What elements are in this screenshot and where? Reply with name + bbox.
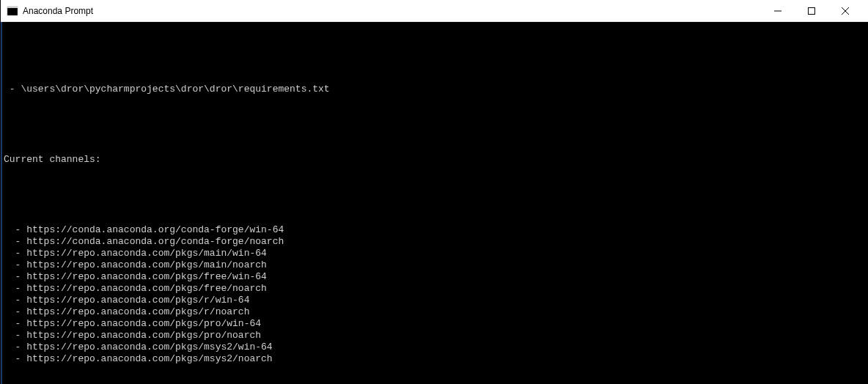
- titlebar[interactable]: Anaconda Prompt: [1, 0, 868, 22]
- channel-line: - https://conda.anaconda.org/conda-forge…: [4, 236, 867, 248]
- channel-line: - https://repo.anaconda.com/pkgs/r/win-6…: [4, 295, 867, 306]
- window-title: Anaconda Prompt: [23, 6, 761, 16]
- svg-rect-1: [7, 7, 18, 8]
- output-line: - \users\dror\pycharmprojects\dror\dror\…: [4, 84, 867, 95]
- terminal-icon: [7, 5, 18, 17]
- channel-line: - https://repo.anaconda.com/pkgs/msys2/n…: [4, 353, 867, 365]
- channel-line: - https://repo.anaconda.com/pkgs/main/wi…: [4, 248, 867, 259]
- terminal-body[interactable]: - \users\dror\pycharmprojects\dror\dror\…: [1, 22, 868, 384]
- channel-line: - https://repo.anaconda.com/pkgs/pro/noa…: [4, 330, 867, 341]
- close-button[interactable]: [828, 0, 862, 22]
- channel-line: - https://repo.anaconda.com/pkgs/main/no…: [4, 259, 867, 271]
- channel-line: - https://repo.anaconda.com/pkgs/free/wi…: [4, 271, 867, 283]
- terminal-window: Anaconda Prompt - \users\dror\pycharmpro…: [0, 0, 868, 384]
- channel-line: - https://repo.anaconda.com/pkgs/msys2/w…: [4, 341, 867, 353]
- svg-rect-3: [809, 7, 815, 14]
- maximize-button[interactable]: [795, 0, 828, 22]
- minimize-button[interactable]: [761, 0, 795, 22]
- channel-line: - https://repo.anaconda.com/pkgs/pro/win…: [4, 318, 867, 330]
- channel-line: - https://repo.anaconda.com/pkgs/free/no…: [4, 283, 867, 295]
- channel-line: - https://conda.anaconda.org/conda-forge…: [4, 224, 867, 236]
- channel-line: - https://repo.anaconda.com/pkgs/r/noarc…: [4, 306, 867, 318]
- window-controls: [761, 0, 862, 22]
- channels-header: Current channels:: [4, 154, 867, 166]
